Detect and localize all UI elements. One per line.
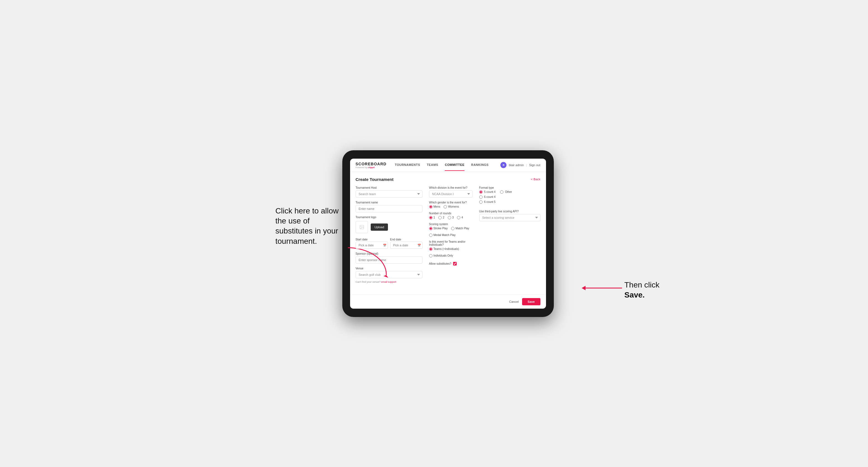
svg-marker-0 (383, 275, 388, 278)
form-col-2: Which division is the event for? NCAA Di… (429, 186, 472, 283)
tournament-logo-label: Tournament logo (356, 216, 423, 219)
round-1[interactable]: 1 (429, 216, 435, 219)
allow-subs-group: Allow substitutes? (429, 261, 472, 266)
rounds-label: Number of rounds (429, 212, 472, 215)
arrow-right-icon (579, 280, 623, 297)
page-header: Create Tournament < Back (356, 177, 540, 182)
stroke-play[interactable]: Stroke Play (429, 227, 448, 230)
rounds-radio-group: 1 2 3 (429, 216, 472, 219)
scoring-api-label: Use third-party live scoring API? (479, 210, 540, 213)
tournament-host-label: Tournament Host (356, 186, 423, 189)
gender-womens[interactable]: Womens (443, 205, 459, 209)
logo-placeholder (356, 221, 368, 233)
match-play[interactable]: Match Play (451, 227, 469, 230)
navbar: SCOREBOARD Powered by clippd TOURNAMENTS… (350, 159, 546, 172)
tournament-host-select[interactable]: Search team (356, 190, 423, 197)
scoring-api-group: Use third-party live scoring API? Select… (479, 210, 540, 221)
format-6count5[interactable]: 6 count 5 (479, 200, 540, 204)
page-wrapper: Click here to allow the use of substitut… (281, 150, 587, 317)
round-3[interactable]: 3 (448, 216, 454, 219)
division-select[interactable]: NCAA Division I (429, 190, 472, 197)
tournament-logo-group: Tournament logo Upload (356, 216, 423, 233)
format-6count4[interactable]: 6 count 4 (479, 195, 540, 199)
logo-scoreboard-text: SCOREBOARD (356, 162, 386, 166)
tablet-screen: SCOREBOARD Powered by clippd TOURNAMENTS… (350, 159, 546, 309)
division-group: Which division is the event for? NCAA Di… (429, 186, 472, 197)
nav-user: B blair admin | Sign out (500, 162, 540, 168)
format-options: 5 count 4 Other 6 count 4 (479, 190, 540, 204)
gender-radio-group: Mens Womens (429, 205, 472, 209)
format-type-group: Format type 5 count 4 Other (479, 186, 540, 204)
individuals-only[interactable]: Individuals Only (429, 254, 453, 257)
svg-marker-3 (582, 286, 586, 290)
svg-point-2 (361, 226, 361, 226)
sign-out-link[interactable]: Sign out (529, 163, 540, 167)
logo-powered-by: Powered by clippd (356, 166, 386, 169)
format-5count4[interactable]: 5 count 4 (479, 190, 496, 194)
event-for-group: Is this event for Teams and/or Individua… (429, 240, 472, 257)
tournament-name-input[interactable] (356, 205, 423, 212)
avatar: B (500, 162, 506, 168)
annotation-left: Click here to allow the use of substitut… (276, 206, 348, 247)
logo-upload-area: Upload (356, 221, 423, 233)
cancel-button[interactable]: Cancel (509, 300, 519, 303)
tablet-frame: SCOREBOARD Powered by clippd TOURNAMENTS… (342, 150, 554, 317)
gender-group: Which gender is the event for? Mens Wome… (429, 201, 472, 209)
nav-logo: SCOREBOARD Powered by clippd (356, 162, 386, 169)
calendar-icon: 📅 (383, 244, 386, 247)
end-date-label: End date (390, 238, 401, 241)
form-footer: Cancel Save (350, 294, 546, 309)
round-4[interactable]: 4 (457, 216, 463, 219)
allow-subs-label[interactable]: Allow substitutes? (429, 262, 472, 266)
email-support-link[interactable]: email support (381, 281, 396, 283)
gender-label: Which gender is the event for? (429, 201, 472, 204)
scoring-system-group: Scoring system Stroke Play Match Play (429, 223, 472, 237)
tournament-name-label: Tournament name (356, 201, 423, 204)
scoring-system-label: Scoring system (429, 223, 472, 226)
venue-note: Can't find your venue? email support (356, 281, 423, 283)
annotation-right: Then click Save. (624, 280, 659, 300)
nav-rankings[interactable]: RANKINGS (471, 159, 489, 171)
nav-teams[interactable]: TEAMS (427, 159, 438, 171)
form-col-3: Format type 5 count 4 Other (479, 186, 540, 283)
tournament-host-group: Tournament Host Search team (356, 186, 423, 197)
start-date-label: Start date (356, 238, 368, 241)
scoring-radio-group: Stroke Play Match Play Medal Match Play (429, 227, 472, 237)
rounds-group: Number of rounds 1 2 (429, 212, 472, 219)
calendar-icon-end: 📅 (417, 244, 421, 247)
format-type-label: Format type (479, 186, 540, 189)
medal-match-play[interactable]: Medal Match Play (429, 234, 456, 237)
user-name: blair admin (509, 163, 524, 167)
event-for-radio-group: Teams (+Individuals) Individuals Only (429, 247, 472, 257)
gender-mens[interactable]: Mens (429, 205, 440, 209)
format-other[interactable]: Other (500, 190, 512, 194)
arrow-left-icon (345, 245, 390, 278)
allow-subs-checkbox[interactable] (453, 262, 457, 266)
back-link[interactable]: < Back (531, 178, 540, 181)
event-for-label: Is this event for Teams and/or Individua… (429, 240, 472, 246)
nav-committee[interactable]: COMMITTEE (445, 159, 464, 171)
nav-tournaments[interactable]: TOURNAMENTS (395, 159, 420, 171)
tournament-name-group: Tournament name (356, 201, 423, 212)
nav-links: TOURNAMENTS TEAMS COMMITTEE RANKINGS (395, 159, 501, 171)
teams-individuals[interactable]: Teams (+Individuals) (429, 247, 459, 251)
division-label: Which division is the event for? (429, 186, 472, 189)
round-2[interactable]: 2 (438, 216, 444, 219)
upload-button[interactable]: Upload (371, 223, 388, 231)
scoring-service-select[interactable]: Select a scoring service (479, 214, 540, 221)
save-button[interactable]: Save (522, 298, 540, 305)
page-title: Create Tournament (356, 177, 394, 182)
